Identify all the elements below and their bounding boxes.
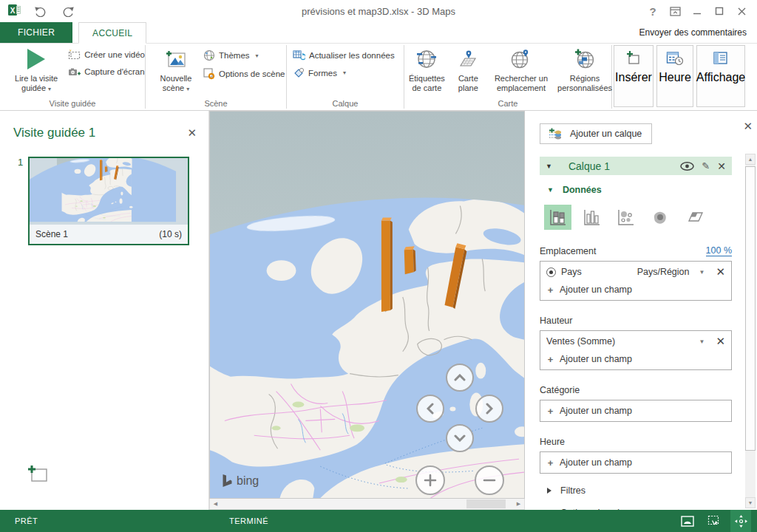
scene-thumbnail[interactable]: Scène 1 (10 s)	[28, 157, 189, 245]
tab-accueil[interactable]: ACCUEIL	[78, 22, 146, 44]
group-label-visite-guidee: Visite guidée	[0, 99, 145, 110]
viz-bubble-icon[interactable]	[612, 205, 639, 230]
layer-header[interactable]: ▼ Calque 1 ✎ ✕	[540, 157, 732, 175]
time-label: Heure	[540, 437, 732, 447]
eye-icon[interactable]	[680, 162, 694, 171]
play-icon	[27, 49, 45, 69]
map-labels-icon	[415, 48, 438, 70]
radio-selected-icon[interactable]	[546, 267, 556, 277]
plus-icon: +	[546, 354, 554, 365]
map-column: bing ◀ ▶	[209, 111, 525, 510]
scene-options-button[interactable]: Options de scène	[203, 68, 285, 80]
dropdown-caret-icon[interactable]: ▼	[699, 338, 705, 345]
create-video-button[interactable]: Créer une vidéo	[68, 50, 145, 60]
custom-regions-button[interactable]: Régions personnalisées	[558, 44, 611, 93]
expand-caret-icon	[547, 488, 551, 494]
viz-heatmap-icon[interactable]	[646, 205, 673, 230]
data-section-header[interactable]: ▼ Données	[540, 185, 732, 195]
send-feedback-link[interactable]: Envoyer des commentaires	[639, 22, 757, 43]
undo-icon[interactable]	[30, 3, 50, 19]
redo-icon[interactable]	[58, 3, 78, 19]
add-field-row[interactable]: + Ajouter un champ	[546, 281, 725, 299]
pan-mode-status-icon[interactable]	[730, 510, 751, 532]
height-label: Hauteur	[540, 316, 732, 326]
rotate-right-button[interactable]	[475, 395, 503, 423]
tilt-down-button[interactable]	[446, 424, 474, 452]
maximize-button[interactable]	[710, 3, 729, 19]
viz-clustered-column-icon[interactable]	[578, 205, 605, 230]
plus-icon: +	[546, 406, 554, 417]
pencil-icon[interactable]: ✎	[702, 160, 710, 171]
map-viewport[interactable]: bing	[209, 111, 525, 499]
view-icon	[712, 50, 730, 66]
scene-options-icon	[203, 68, 215, 80]
scrollbar-thumb[interactable]	[745, 166, 756, 451]
scroll-right-icon[interactable]: ▶	[513, 499, 524, 509]
tilt-up-button[interactable]	[446, 364, 474, 392]
screen-capture-button[interactable]: Capture d'écran	[68, 66, 145, 77]
add-field-row[interactable]: + Ajouter un champ	[546, 454, 725, 471]
main-area: Visite guidée 1 ✕ 1 Scène 1 (10 s)	[0, 111, 757, 510]
app-window: prévisions et map3D.xlsx - 3D Maps X ?	[0, 0, 757, 532]
add-layer-icon	[548, 128, 563, 140]
minimize-button[interactable]	[688, 3, 707, 19]
height-field-row[interactable]: Ventes (Somme) ▼ ✕	[546, 332, 725, 350]
location-field-name: Pays	[561, 267, 582, 277]
tour-panel-title: Visite guidée 1	[13, 126, 95, 140]
svg-text:X: X	[10, 6, 16, 14]
remove-field-icon[interactable]: ✕	[716, 265, 725, 279]
zoom-out-button[interactable]	[475, 466, 504, 495]
rotate-left-button[interactable]	[416, 395, 444, 423]
panel-vertical-scrollbar[interactable]: ▲ ▼	[745, 154, 756, 508]
remove-field-icon[interactable]: ✕	[716, 335, 725, 348]
view-button[interactable]: Affichage	[696, 45, 745, 107]
map-labels-button[interactable]: Étiquettes de carte	[404, 44, 449, 93]
refresh-data-button[interactable]: Actualiser les données	[293, 50, 395, 61]
category-label: Catégorie	[540, 385, 732, 395]
location-type-value[interactable]: Pays/Région	[637, 267, 690, 277]
flat-map-icon	[456, 48, 480, 70]
themes-button[interactable]: Thèmes▾	[203, 50, 285, 61]
viz-region-icon[interactable]	[680, 205, 707, 230]
collapse-ribbon-icon[interactable]	[665, 3, 685, 19]
scrollbar-track[interactable]	[745, 165, 756, 497]
play-tour-button[interactable]: Lire la visite guidée▾	[6, 44, 67, 93]
filters-section[interactable]: Filtres	[540, 485, 732, 496]
selection-status-icon[interactable]	[704, 510, 724, 532]
find-location-button[interactable]: Rechercher un emplacement	[487, 44, 555, 93]
excel-logo-icon: X	[7, 3, 21, 20]
data-section-label: Données	[563, 185, 602, 195]
add-field-row[interactable]: + Ajouter un champ	[546, 402, 725, 420]
scroll-left-icon[interactable]: ◀	[210, 499, 221, 509]
map-horizontal-scrollbar[interactable]: ◀ ▶	[209, 499, 525, 510]
delete-layer-icon[interactable]: ✕	[717, 160, 726, 172]
viz-stacked-column-icon[interactable]	[544, 205, 571, 230]
scene-number: 1	[18, 157, 23, 168]
new-scene-button[interactable]: Nouvelle scène▾	[153, 44, 199, 93]
collapse-caret-icon[interactable]: ▼	[546, 163, 552, 170]
add-scene-button[interactable]	[27, 464, 49, 483]
collapse-caret-icon[interactable]: ▼	[547, 186, 554, 194]
time-button[interactable]: Heure	[656, 45, 693, 107]
help-button[interactable]: ?	[643, 3, 662, 19]
insert-button[interactable]: Insérer	[614, 45, 654, 107]
bing-icon	[222, 474, 233, 488]
tab-fichier[interactable]: FICHIER	[0, 22, 72, 43]
tour-panel-close-icon[interactable]: ✕	[187, 126, 197, 140]
layer-panel-close-icon[interactable]: ✕	[743, 120, 753, 133]
scroll-up-icon[interactable]: ▲	[745, 154, 756, 165]
shapes-button[interactable]: Formes▾	[293, 67, 395, 78]
location-field-row[interactable]: Pays Pays/Région ▼ ✕	[546, 263, 725, 281]
flat-map-button[interactable]: Carte plane	[452, 44, 484, 93]
scene-name: Scène 1	[35, 229, 68, 239]
video-icon	[68, 50, 81, 60]
add-field-row[interactable]: + Ajouter un champ	[546, 350, 725, 368]
close-button[interactable]	[732, 3, 751, 19]
scroll-down-icon[interactable]: ▼	[745, 497, 756, 508]
scrollbar-thumb[interactable]	[466, 499, 506, 508]
add-layer-button[interactable]: Ajouter un calque	[540, 123, 652, 144]
zoom-in-button[interactable]	[415, 466, 445, 495]
dropdown-caret-icon[interactable]: ▼	[699, 269, 705, 276]
location-percent-link[interactable]: 100 %	[706, 245, 732, 256]
capture-screen-status-icon[interactable]	[677, 510, 698, 532]
